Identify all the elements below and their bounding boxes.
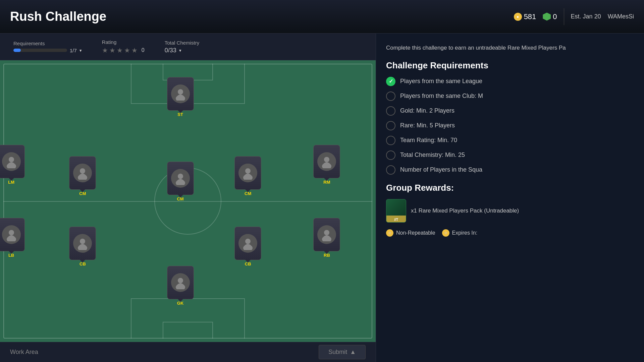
svg-point-18 [9, 230, 14, 235]
svg-point-5 [7, 162, 15, 168]
player-avatar-icon [241, 237, 255, 250]
player-card-inner [313, 145, 340, 178]
player-avatar [171, 84, 190, 103]
player-card-lb[interactable]: LB [0, 218, 25, 258]
req-text-team-rating: Team Rating: Min. 70 [400, 137, 457, 144]
player-avatar [73, 164, 92, 182]
requirements-dropdown[interactable]: ▾ [79, 48, 82, 53]
player-avatar [171, 273, 190, 292]
player-avatar [2, 152, 21, 171]
req-text-same-club: Players from the same Club: M [400, 93, 483, 100]
player-card-cm-left[interactable]: CM [69, 156, 96, 196]
rating-section: Rating ★ ★ ★ ★ ★ 0 [102, 39, 145, 54]
req-indicator-squad-size [386, 165, 395, 175]
non-repeatable-badge: ⊘ Non-Repeatable [386, 229, 435, 237]
progress-bar-fill [13, 49, 21, 52]
svg-point-26 [244, 244, 252, 250]
player-card-inner [0, 145, 25, 178]
svg-point-15 [324, 157, 329, 162]
expires-icon: ⊘ [442, 229, 449, 237]
svg-point-11 [176, 179, 184, 185]
player-avatar-icon [174, 172, 187, 185]
chemistry-label: Total Chemistry [165, 40, 199, 46]
player-card-inner [167, 266, 194, 299]
shield-display: 0 [543, 12, 557, 21]
star-2: ★ [109, 46, 115, 54]
challenge-requirements-title: Challenge Requirements [386, 60, 634, 71]
shield-icon [543, 13, 551, 21]
svg-point-29 [323, 235, 331, 241]
pitch-goal-bottom [163, 322, 213, 339]
submit-button[interactable]: Submit ▲ [319, 345, 366, 359]
requirements-list: Players from the same LeaguePlayers from… [386, 77, 634, 175]
rating-value: ★ ★ ★ ★ ★ 0 [102, 46, 145, 54]
player-card-cm-right[interactable]: CM [234, 156, 261, 196]
req-text-chemistry: Total Chemistry: Min. 25 [400, 152, 465, 159]
player-card-gk[interactable]: GK [167, 266, 194, 306]
req-indicator-same-club [386, 92, 395, 101]
chemistry-dropdown[interactable]: ▾ [179, 48, 181, 53]
chemistry-value-row: 0/33 ▾ [165, 47, 199, 54]
group-rewards-title: Group Rewards: [386, 183, 634, 193]
pitch-container: Requirements 1/7 ▾ Rating ★ ★ ★ ★ [0, 34, 376, 362]
est-label: Est. Jan 20 [571, 13, 601, 20]
svg-point-0 [178, 89, 183, 95]
player-card-cb-right[interactable]: CB [234, 227, 261, 266]
svg-point-2 [176, 95, 184, 101]
req-text-squad-size: Number of Players in the Squa [400, 166, 482, 173]
player-card-st[interactable]: ST [167, 77, 194, 117]
player-avatar [238, 164, 257, 182]
player-card-inner [313, 218, 340, 251]
svg-point-14 [244, 174, 252, 180]
star-5: ★ [131, 46, 138, 54]
requirements-bar: Requirements 1/7 ▾ Rating ★ ★ ★ ★ [0, 34, 376, 60]
requirement-item-gold: Gold: Min. 2 Players [386, 106, 634, 116]
header: Rush Challenge ● 581 0 Est. Jan 20 WAMes… [0, 0, 644, 34]
chemistry-value: 0/33 [165, 47, 176, 54]
req-indicator-gold [386, 106, 395, 116]
player-avatar-icon [320, 228, 333, 241]
reward-card: //T x1 Rare Mixed Players Pack (Untradea… [386, 199, 634, 223]
svg-point-3 [9, 157, 14, 162]
header-divider [564, 8, 564, 25]
requirement-item-same-club: Players from the same Club: M [386, 92, 634, 101]
player-card-cm-center[interactable]: CM [167, 162, 194, 201]
player-card-cb-left[interactable]: CB [69, 227, 96, 266]
star-3: ★ [117, 46, 123, 54]
player-card-rm[interactable]: RM [313, 145, 340, 185]
player-avatar-icon [320, 155, 333, 168]
requirements-section: Requirements 1/7 ▾ [13, 41, 82, 53]
expires-label: Expires In: [452, 230, 478, 236]
shield-value: 0 [553, 12, 557, 21]
submit-label: Submit [328, 349, 347, 356]
submit-arrow-icon: ▲ [350, 349, 356, 356]
non-repeatable-label: Non-Repeatable [396, 230, 435, 236]
player-avatar [238, 234, 257, 253]
group-rewards-section: Group Rewards: //T x1 Rare Mixed Players… [386, 183, 634, 237]
svg-point-24 [245, 239, 251, 244]
footer-badges: ⊘ Non-Repeatable ⊘ Expires In: [386, 229, 634, 237]
player-avatar-icon [174, 87, 187, 101]
requirement-item-rare: Rare: Min. 5 Players [386, 121, 634, 130]
player-card-inner [234, 227, 261, 260]
stars-container: ★ ★ ★ ★ ★ [102, 46, 138, 54]
username-label: WAMesSi [608, 13, 634, 20]
player-card-inner [69, 156, 96, 190]
requirement-item-team-rating: Team Rating: Min. 70 [386, 136, 634, 145]
svg-point-32 [176, 283, 184, 289]
player-card-rb[interactable]: RB [313, 218, 340, 258]
reward-desc-text: x1 Rare Mixed Players Pack (Untradeable) [411, 207, 519, 214]
requirements-label: Requirements [13, 41, 82, 46]
player-avatar [171, 169, 190, 188]
player-card-lm[interactable]: LM [0, 145, 25, 185]
star-4: ★ [124, 46, 130, 54]
progress-text: 1/7 [70, 48, 77, 53]
svg-point-20 [7, 235, 15, 241]
rating-num: 0 [142, 47, 145, 53]
player-card-inner [0, 218, 25, 251]
svg-point-23 [78, 244, 87, 250]
reward-pack-icon: //T [386, 199, 406, 223]
player-avatar-icon [174, 276, 187, 289]
star-1: ★ [102, 46, 108, 54]
coins-display: ● 581 [514, 12, 536, 21]
